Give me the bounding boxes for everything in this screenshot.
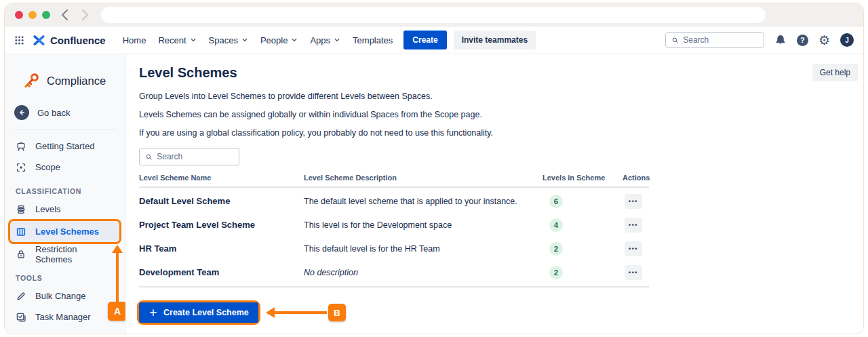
description-line: Levels Schemes can be assigned globally … bbox=[139, 108, 847, 121]
create-level-scheme-label: Create Level Scheme bbox=[163, 308, 249, 317]
sidebar-item-label: Levels bbox=[35, 204, 61, 214]
column-header-levels: Levels in Scheme bbox=[542, 174, 623, 182]
window-controls bbox=[15, 11, 50, 19]
sidebar-section-classification: CLASSIFICATION bbox=[16, 187, 114, 195]
app-name: Compliance bbox=[47, 75, 106, 87]
levels-count-badge: 2 bbox=[549, 266, 563, 279]
layers-stack-icon bbox=[16, 204, 26, 215]
global-search-input[interactable] bbox=[683, 35, 758, 45]
table-row: Project Team Level Scheme This level is … bbox=[139, 213, 649, 237]
invite-teammates-button[interactable]: Invite teammates bbox=[454, 31, 536, 49]
table-search-input[interactable] bbox=[157, 152, 233, 161]
sidebar-item-label: Getting Started bbox=[35, 141, 94, 151]
top-navigation: Confluence Home Recent Spaces People App… bbox=[5, 26, 863, 54]
scheme-book-icon bbox=[16, 226, 26, 237]
scheme-name: Development Team bbox=[139, 267, 304, 277]
nav-item-home[interactable]: Home bbox=[117, 31, 153, 49]
nav-item-apps[interactable]: Apps bbox=[304, 31, 347, 49]
confluence-home-link[interactable]: Confluence bbox=[33, 34, 106, 47]
sidebar-item-bulk-change[interactable]: Bulk Change bbox=[5, 285, 125, 306]
search-icon bbox=[145, 153, 153, 161]
column-header-name: Level Scheme Name bbox=[139, 174, 304, 182]
key-icon bbox=[22, 72, 41, 90]
description-line: If you are using a global classification… bbox=[139, 127, 847, 139]
annotation-b-highlight-box: Create Level Scheme bbox=[139, 302, 258, 323]
levels-count-badge: 6 bbox=[549, 195, 563, 208]
app-logo: Compliance bbox=[5, 54, 125, 90]
row-actions-menu-button[interactable]: ••• bbox=[625, 265, 642, 280]
arrow-left-icon bbox=[14, 105, 29, 120]
close-window-icon[interactable] bbox=[15, 11, 23, 19]
global-search-box[interactable] bbox=[665, 32, 764, 48]
row-actions-menu-button[interactable]: ••• bbox=[625, 241, 642, 256]
sidebar-item-levels[interactable]: Levels bbox=[5, 199, 125, 220]
scheme-description: This default level is for the HR Team bbox=[304, 244, 542, 254]
notifications-icon[interactable] bbox=[774, 34, 787, 46]
scheme-description: No description bbox=[304, 268, 542, 277]
screenshot-root: Confluence Home Recent Spaces People App… bbox=[0, 0, 868, 337]
sidebar-item-task-manager[interactable]: Task Manager bbox=[5, 306, 125, 328]
annotation-a-arrow-line bbox=[116, 252, 119, 302]
create-button[interactable]: Create bbox=[403, 31, 446, 49]
scheme-description: This level is for the Development space bbox=[304, 220, 542, 230]
nav-item-people[interactable]: People bbox=[254, 31, 304, 49]
sidebar-section-tools: TOOLS bbox=[16, 274, 114, 282]
create-scheme-row: Create Level Scheme B bbox=[139, 302, 847, 323]
sidebar-divider bbox=[14, 130, 115, 130]
sidebar-item-level-schemes[interactable]: Level Schemes bbox=[10, 221, 119, 242]
browser-window: Confluence Home Recent Spaces People App… bbox=[4, 3, 864, 334]
help-icon[interactable]: ? bbox=[797, 35, 808, 46]
get-help-button[interactable]: Get help bbox=[812, 64, 858, 81]
address-bar[interactable] bbox=[101, 7, 766, 23]
nav-item-templates[interactable]: Templates bbox=[347, 31, 399, 49]
nav-item-recent[interactable]: Recent bbox=[152, 31, 202, 49]
scheme-description: The default level scheme that is applied… bbox=[304, 197, 542, 206]
row-actions-menu-button[interactable]: ••• bbox=[625, 194, 642, 209]
sidebar-item-scope[interactable]: Scope bbox=[5, 157, 125, 178]
sidebar-item-restriction-schemes[interactable]: Restriction Schemes bbox=[5, 243, 125, 264]
product-name: Confluence bbox=[50, 35, 106, 46]
go-back-label: Go back bbox=[37, 108, 70, 118]
minimize-window-icon[interactable] bbox=[28, 11, 37, 19]
create-level-scheme-button[interactable]: Create Level Scheme bbox=[139, 302, 258, 323]
level-schemes-table: Level Scheme Name Level Scheme Descripti… bbox=[139, 174, 649, 288]
sidebar-item-getting-started[interactable]: Getting Started bbox=[5, 136, 125, 157]
page-description: Group Levels into Level Schemes to provi… bbox=[139, 90, 847, 139]
browser-chrome bbox=[5, 3, 863, 26]
chevron-down-icon bbox=[291, 37, 298, 43]
search-icon bbox=[671, 36, 679, 45]
easel-icon bbox=[16, 141, 26, 152]
forward-icon[interactable] bbox=[79, 8, 91, 22]
table-search-box[interactable] bbox=[139, 148, 239, 165]
row-actions-menu-button[interactable]: ••• bbox=[625, 218, 642, 233]
maximize-window-icon[interactable] bbox=[42, 11, 50, 19]
sidebar-item-label: Bulk Change bbox=[35, 291, 85, 301]
annotation-b-badge: B bbox=[328, 304, 346, 321]
column-header-actions: Actions bbox=[623, 174, 652, 182]
annotation-b-arrowhead-icon bbox=[266, 307, 275, 318]
annotation-b-arrow-line bbox=[275, 311, 327, 314]
app-body: Compliance Go back Getting Started bbox=[5, 54, 863, 334]
pencil-icon bbox=[16, 291, 26, 302]
sidebar-item-label: Restriction Schemes bbox=[35, 244, 114, 264]
go-back-button[interactable]: Go back bbox=[5, 101, 125, 124]
page-title: Level Schemes bbox=[139, 65, 847, 81]
confluence-logo-icon bbox=[33, 34, 45, 47]
settings-gear-icon[interactable]: ⚙ bbox=[818, 34, 830, 47]
chevron-down-icon bbox=[190, 37, 197, 43]
table-body: Default Level Scheme The default level s… bbox=[139, 188, 649, 288]
chevron-down-icon bbox=[241, 37, 248, 43]
back-icon[interactable] bbox=[59, 8, 71, 22]
app-switcher-icon[interactable] bbox=[14, 35, 24, 45]
table-row: HR Team This default level is for the HR… bbox=[139, 237, 649, 260]
nav-item-spaces[interactable]: Spaces bbox=[203, 31, 254, 49]
main-content: Get help Level Schemes Group Levels into… bbox=[125, 54, 863, 334]
browser-nav-arrows bbox=[59, 8, 91, 22]
description-line: Group Levels into Level Schemes to provi… bbox=[139, 90, 847, 102]
scheme-name: Project Team Level Scheme bbox=[139, 220, 304, 230]
sidebar-item-label: Task Manager bbox=[35, 312, 91, 322]
user-avatar[interactable]: J bbox=[840, 33, 854, 47]
scope-icon bbox=[16, 162, 26, 173]
topnav-icons: ? ⚙ J bbox=[774, 33, 854, 47]
lock-icon bbox=[16, 249, 26, 260]
